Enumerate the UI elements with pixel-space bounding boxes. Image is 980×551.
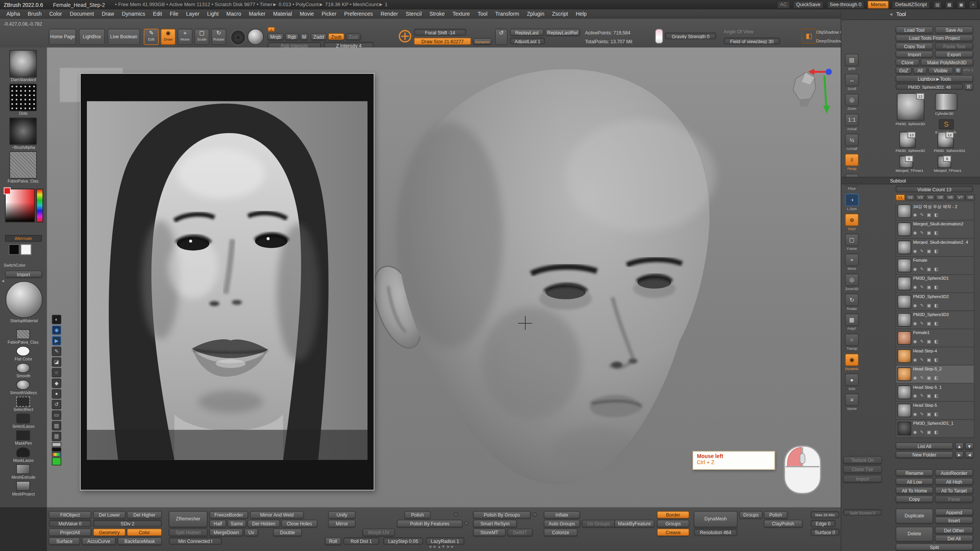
brush-thumbnail[interactable] — [9, 117, 37, 145]
subtool-row[interactable]: PM3D_Sphere3D3 ◉ ✎ ▣ ◧ — [896, 311, 975, 329]
visible-count-slider[interactable]: Visible Count 13 — [896, 186, 973, 192]
groups-button[interactable]: Groups — [657, 520, 689, 527]
subtool-row[interactable]: Head Step-4 ◉ ✎ ▣ ◧ — [896, 347, 975, 365]
mirror-button[interactable]: Mirror — [328, 520, 356, 527]
goz-visible-button[interactable]: Visible — [928, 67, 953, 74]
subtool-thumbnail[interactable] — [897, 404, 911, 417]
uv-icon[interactable]: ◧ — [934, 212, 938, 218]
swatch-green[interactable] — [52, 457, 61, 465]
uv-icon[interactable]: ◧ — [934, 230, 938, 236]
marker-icon[interactable]: ◆ — [52, 378, 61, 388]
polypaint-icon[interactable]: ▣ — [927, 321, 931, 327]
eraser-icon[interactable]: ◪ — [52, 357, 61, 367]
uv-icon[interactable]: ◧ — [934, 357, 938, 363]
zremesher-button[interactable]: ZRemesher — [169, 511, 207, 527]
subtool-thumbnail[interactable] — [897, 204, 911, 218]
eye-icon[interactable]: ◉ — [913, 266, 917, 272]
lazystep-slider[interactable]: LazyStep 0.05 — [383, 537, 423, 545]
subtool-tab[interactable]: V1 — [896, 194, 905, 201]
menu-item[interactable]: Marker — [245, 9, 269, 18]
alternate-button[interactable]: Alternate — [5, 235, 42, 242]
subtool-row[interactable]: PM3D_Sphere3D2 ◉ ✎ ▣ ◧ — [896, 293, 975, 311]
mask-by-feature-button[interactable]: MaskByFeature — [614, 520, 654, 527]
pen-icon[interactable]: ✎ — [52, 347, 61, 356]
tool-import-button[interactable]: Import — [896, 51, 933, 57]
polypaint-icon[interactable]: ▣ — [927, 357, 931, 363]
brush-icon[interactable]: ✎ — [920, 230, 924, 236]
strip-tool-icon[interactable]: ↔ — [845, 74, 859, 86]
edit-button[interactable]: ✎ Edit — [144, 29, 159, 45]
active-tool-thumbnail[interactable]: 13 — [897, 93, 924, 121]
lazyradius-slider[interactable]: LazyRadius 1 — [426, 537, 464, 545]
spix-slider[interactable]: SPix 3 — [963, 68, 973, 72]
panel-collapse-icon[interactable]: ◄ — [889, 12, 893, 16]
make-polymesh3d-button[interactable]: Make PolyMesh3D — [921, 59, 973, 65]
strip-tool-icon[interactable]: ◉ — [845, 354, 859, 366]
goz-all-button[interactable]: All — [913, 67, 927, 74]
uv-groups-button[interactable]: Uv Groups — [582, 520, 616, 527]
strip-tool-button[interactable]: ▤ BPR — [843, 53, 861, 73]
subtool-thumbnail[interactable] — [897, 277, 911, 290]
clone-button[interactable]: Clone — [896, 59, 920, 65]
rename-button[interactable]: Rename — [896, 469, 933, 476]
shelf-item-thumbnail[interactable] — [16, 481, 30, 491]
brush-icon[interactable]: ✎ — [920, 375, 924, 381]
fill-object-button[interactable]: FillObject — [49, 511, 91, 519]
home-page-button[interactable]: Home Page — [49, 29, 76, 45]
all-to-home-button[interactable]: All To Home — [896, 487, 933, 494]
stroke-preview[interactable] — [230, 29, 246, 46]
inflate-button[interactable]: Inflate — [544, 511, 580, 519]
adjust-last-slider[interactable]: AdjustLast 1 — [510, 37, 545, 44]
startup-material-thumbnail[interactable] — [6, 281, 42, 318]
roll-button[interactable]: Roll — [325, 537, 341, 545]
tool-thumbnail[interactable]: 12 — [938, 132, 954, 148]
dynamesh-polish-button[interactable]: Polish — [764, 511, 787, 519]
shelf-item[interactable]: SelectLasso — [0, 413, 47, 430]
shelf-item-thumbnail[interactable] — [16, 464, 30, 474]
subtool-thumbnail[interactable] — [897, 241, 911, 254]
half-button[interactable]: Half — [209, 520, 226, 527]
strip-tool-button[interactable]: + Move — [843, 253, 861, 273]
mrgb-button[interactable]: Mrgb — [268, 33, 284, 40]
polish-toggle-dot[interactable] — [454, 512, 458, 517]
accucurve-button[interactable]: AccuCurve — [82, 537, 116, 545]
menus-button[interactable]: Menus — [868, 1, 889, 9]
polish-by-features-button[interactable]: Polish By Features — [397, 520, 462, 527]
uv-icon[interactable]: ◧ — [934, 429, 938, 435]
copy-tool-button[interactable]: Copy Tool — [896, 42, 933, 49]
surface-button[interactable]: Surface — [49, 537, 80, 545]
strip-tool-icon[interactable]: ½ — [845, 134, 859, 146]
strip-tool-button[interactable]: ≡ Xpose — [843, 393, 861, 413]
subtool-tab[interactable]: V3 — [916, 194, 925, 201]
move-down-icon[interactable]: ▼ — [965, 442, 974, 449]
shelf-item[interactable]: SelectRect — [0, 396, 47, 413]
dynamic-toggle[interactable]: Dynamic — [473, 38, 492, 44]
eye-icon[interactable]: ◉ — [913, 357, 917, 363]
menu-item[interactable]: Material — [269, 9, 296, 18]
swatch-black[interactable] — [52, 447, 61, 452]
circle-icon[interactable]: ○ — [52, 368, 61, 377]
menu-item[interactable]: Preferences — [340, 9, 377, 18]
tool-thumbnail[interactable]: 6 — [899, 156, 913, 168]
menu-item[interactable]: Help — [572, 9, 591, 18]
menu-item[interactable]: Draw — [98, 9, 118, 18]
merge-down-button[interactable]: MergeDown — [209, 528, 243, 536]
strip-tool-button[interactable]: ▦ PolyF — [843, 313, 861, 333]
trash-icon[interactable]: ▭ — [52, 411, 61, 420]
strip-tool-button[interactable]: ◊ Persp — [843, 153, 861, 173]
backfacemask-button[interactable]: BackfaceMask — [118, 537, 162, 545]
strip-tool-icon[interactable]: + — [845, 254, 859, 266]
eye-icon[interactable]: ◉ — [913, 284, 917, 290]
strip-tool-button[interactable]: ● Solo — [843, 373, 861, 393]
shelf-item-thumbnail[interactable] — [16, 346, 30, 356]
undo-icon[interactable]: ↺ — [52, 400, 61, 409]
close-icon[interactable]: × — [969, 1, 978, 9]
panel-icon[interactable]: ▣ — [957, 1, 966, 9]
claypolish-button[interactable]: ClayPolish — [764, 520, 802, 527]
strip-tool-button[interactable]: ½ AAHalf — [843, 133, 861, 153]
subtool-row[interactable]: Merged_Skull-decimation2 ◉ ✎ ▣ ◧ — [896, 220, 975, 238]
shelf-item[interactable]: FabioPaiva_Clay. — [0, 329, 47, 346]
subtool-thumbnail[interactable] — [897, 259, 911, 272]
uv-icon[interactable]: ◧ — [934, 321, 938, 327]
menu-item[interactable]: Movie — [296, 9, 318, 18]
